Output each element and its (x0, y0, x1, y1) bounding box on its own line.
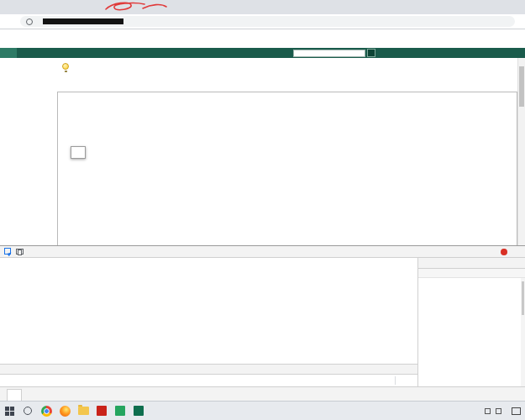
nav-tab-dashboard[interactable] (0, 48, 17, 58)
taskbar-search-button[interactable] (18, 402, 37, 420)
error-badge-icon[interactable] (501, 249, 507, 255)
taskbar-chrome[interactable] (37, 402, 55, 420)
app-header (0, 30, 525, 48)
styles-scrollbar[interactable] (521, 278, 525, 386)
devtools-body (0, 258, 525, 386)
tray-icon-2[interactable] (496, 408, 501, 414)
subject-search (293, 49, 375, 57)
katalon-studio-icon (134, 406, 144, 416)
styles-scrollbar-thumb[interactable] (522, 281, 524, 315)
start-button[interactable] (0, 402, 18, 420)
elements-tree (0, 258, 417, 364)
nav-tab-subjects[interactable] (17, 48, 34, 58)
folder-icon (78, 407, 89, 415)
drawer-tab-console[interactable] (7, 389, 22, 402)
site-info-icon[interactable] (26, 18, 33, 25)
inspect-element-icon[interactable] (4, 248, 12, 255)
scroll-down-icon[interactable] (518, 238, 525, 245)
lightbulb-icon (62, 63, 69, 70)
window-controls (486, 1, 523, 12)
firefox-icon (60, 406, 71, 417)
taskbar-katalon-studio[interactable] (129, 402, 148, 420)
action-center-icon[interactable] (512, 407, 521, 415)
app-nav (0, 48, 525, 58)
drawer-tab-whats-new[interactable] (24, 389, 40, 402)
find-input[interactable] (5, 377, 385, 384)
address-bar[interactable] (20, 16, 515, 27)
tray-icon-1[interactable] (485, 408, 491, 414)
devtools-drawer (0, 386, 525, 402)
chrome-icon (41, 406, 52, 417)
page-title (58, 64, 69, 71)
subject-search-input[interactable] (293, 50, 365, 57)
page-scrollbar[interactable] (517, 58, 525, 245)
breadcrumb (0, 364, 417, 374)
scrollbar-thumb[interactable] (519, 66, 524, 107)
browser-toolbar (0, 14, 525, 29)
page-content (0, 58, 525, 245)
system-tray (480, 407, 525, 415)
styles-tabs (418, 258, 525, 269)
inspect-tooltip (71, 146, 86, 159)
pdf-icon (97, 406, 107, 416)
taskbar-acrobat[interactable] (92, 402, 111, 420)
styles-rules (418, 278, 521, 386)
katalon-icon (115, 406, 125, 416)
screen (0, 0, 525, 420)
tab-list (0, 0, 525, 14)
redacted-url (43, 18, 123, 24)
go-button[interactable] (367, 49, 375, 57)
styles-filter-row (418, 269, 525, 278)
scroll-up-icon[interactable] (518, 58, 525, 66)
study-site-list (57, 92, 517, 245)
taskbar-file-explorer[interactable] (74, 402, 92, 420)
taskbar-katalon[interactable] (111, 402, 129, 420)
devtools-panel (0, 245, 525, 401)
taskbar-firefox[interactable] (55, 402, 74, 420)
browser-tabstrip (0, 0, 525, 14)
devtools-tabbar (0, 246, 525, 258)
elements-find-bar (0, 374, 417, 386)
search-icon (24, 407, 32, 415)
windows-logo-icon (5, 407, 14, 416)
styles-sidebar (417, 258, 525, 386)
windows-taskbar (0, 401, 525, 420)
elements-panel (0, 258, 417, 386)
device-toolbar-icon[interactable] (16, 249, 24, 255)
